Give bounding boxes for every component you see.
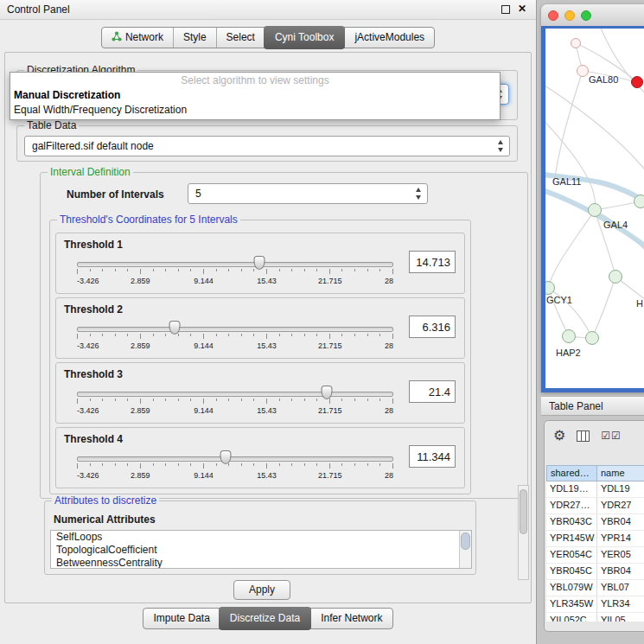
attribute-item[interactable]: SelfLoops bbox=[51, 531, 471, 544]
table-row[interactable]: YLR345WYLR34 bbox=[546, 596, 644, 613]
slider-thumb[interactable] bbox=[169, 321, 181, 335]
tab-select[interactable]: Select bbox=[216, 28, 265, 48]
slider-scale: -3.4262.8599.14415.4321.71528 bbox=[77, 471, 393, 481]
close-icon[interactable]: ✕ bbox=[518, 4, 526, 14]
table-toolbar: ⚙ ☑☑ bbox=[553, 424, 644, 447]
combo-arrows-icon bbox=[414, 187, 424, 201]
threshold-value-field[interactable]: 6.316 bbox=[409, 316, 456, 338]
node-label: GAL80 bbox=[589, 74, 618, 85]
slider-track[interactable] bbox=[77, 262, 393, 267]
table-cell[interactable]: YBR04 bbox=[597, 514, 644, 530]
number-of-intervals-combobox[interactable]: 5 bbox=[188, 183, 428, 204]
column-header-shared-name[interactable]: shared… bbox=[546, 465, 597, 481]
slider-thumb[interactable] bbox=[254, 256, 265, 270]
slider-track[interactable] bbox=[77, 456, 393, 462]
table-row[interactable]: YER054CYER05 bbox=[546, 547, 644, 564]
table-cell[interactable]: YLR345W bbox=[546, 596, 597, 612]
network-node[interactable] bbox=[631, 76, 643, 88]
columns-icon[interactable] bbox=[577, 430, 590, 442]
thresholds-group-title: Threshold's Coordinates for 5 Intervals bbox=[57, 214, 240, 226]
dropdown-option-manual-discretization[interactable]: Manual Discretization bbox=[14, 89, 120, 101]
slider-thumb[interactable] bbox=[220, 450, 232, 464]
table-cell[interactable]: YDR27 bbox=[597, 498, 644, 513]
number-of-intervals-label: Number of Intervals bbox=[67, 188, 164, 201]
table-cell[interactable]: YBR045C bbox=[546, 564, 597, 579]
table-cell[interactable]: YBR043C bbox=[546, 514, 597, 530]
select-columns-icon[interactable]: ☑☑ bbox=[601, 430, 622, 442]
table-data-combobox[interactable]: galFiltered.sif default node bbox=[24, 136, 510, 156]
threshold-value-field[interactable]: 11.344 bbox=[409, 445, 456, 468]
scrollbar-thumb[interactable] bbox=[461, 532, 470, 550]
network-node[interactable] bbox=[541, 281, 555, 295]
node-label: GAL11 bbox=[552, 176, 581, 187]
list-scrollbar[interactable] bbox=[459, 531, 471, 568]
tab-jactivemodules[interactable]: jActiveModules bbox=[344, 28, 434, 48]
table-row[interactable]: YIL052CYIL05 bbox=[546, 613, 644, 622]
float-window-icon[interactable] bbox=[501, 5, 510, 14]
slider-scale: -3.4262.8599.14415.4321.71528 bbox=[77, 277, 393, 286]
table-cell[interactable]: YPR145W bbox=[546, 531, 597, 546]
table-row[interactable]: YBR045CYBR04 bbox=[546, 564, 644, 580]
threshold-value-field[interactable]: 14.713 bbox=[409, 251, 456, 273]
network-node[interactable] bbox=[609, 270, 622, 284]
table-row[interactable]: YBR043CYBR04 bbox=[546, 514, 644, 531]
table-row[interactable]: YPR145WYPR14 bbox=[546, 531, 644, 547]
scrollbar-thumb[interactable] bbox=[520, 489, 527, 534]
combo-arrows-icon bbox=[496, 139, 506, 153]
toolbox-tabbar: NetworkStyleSelectCyni ToolboxjActiveMod… bbox=[0, 27, 536, 48]
thresholds-list: Threshold 1-3.4262.8599.14415.4321.71528… bbox=[50, 233, 470, 494]
table-cell[interactable]: YPR14 bbox=[597, 531, 644, 546]
tab-cyni-toolbox[interactable]: Cyni Toolbox bbox=[264, 26, 345, 49]
table-cell[interactable]: YER05 bbox=[597, 547, 644, 563]
table-cell[interactable]: YBR04 bbox=[597, 564, 644, 579]
network-node[interactable] bbox=[571, 38, 581, 48]
bottom-tab-discretize-data[interactable]: Discretize Data bbox=[219, 607, 311, 630]
attribute-item[interactable]: BetweennessCentrality bbox=[51, 557, 471, 569]
threshold-slider[interactable]: -3.4262.8599.14415.4321.71528 bbox=[77, 450, 393, 483]
network-canvas[interactable]: GAL80GAL11GAL4GCY1HAP2H bbox=[545, 29, 644, 392]
table-cell[interactable]: YDL19… bbox=[546, 481, 597, 497]
bottom-tab-impute-data[interactable]: Impute Data bbox=[143, 609, 219, 628]
threshold-slider[interactable]: -3.4262.8599.14415.4321.71528 bbox=[77, 321, 393, 354]
attribute-item[interactable]: TopologicalCoefficient bbox=[51, 544, 471, 557]
slider-thumb[interactable] bbox=[322, 386, 333, 399]
table-cell[interactable]: YIL052C bbox=[546, 613, 597, 622]
network-node[interactable] bbox=[588, 203, 602, 217]
apply-button[interactable]: Apply bbox=[233, 580, 290, 600]
thresholds-group: Threshold's Coordinates for 5 Intervals … bbox=[49, 220, 471, 494]
network-node[interactable] bbox=[634, 194, 644, 208]
bottom-tab-infer-network[interactable]: Infer Network bbox=[310, 609, 392, 628]
table-cell[interactable]: YIL05 bbox=[597, 613, 644, 622]
threshold-slider[interactable]: -3.4262.8599.14415.4321.71528 bbox=[77, 386, 393, 418]
table-cell[interactable]: YER054C bbox=[546, 547, 597, 563]
table-cell[interactable]: YBL07 bbox=[597, 580, 644, 596]
table-row[interactable]: YDL19…YDL19 bbox=[546, 481, 644, 498]
tab-network[interactable]: Network bbox=[102, 28, 173, 48]
zoom-traffic-light-icon[interactable] bbox=[581, 10, 591, 21]
close-traffic-light-icon[interactable] bbox=[548, 10, 558, 21]
dropdown-option-equal-width[interactable]: Equal Width/Frequency Discretization bbox=[14, 104, 187, 116]
panel-scrollbar[interactable] bbox=[518, 485, 529, 580]
window-title: Control Panel bbox=[7, 3, 70, 16]
slider-track[interactable] bbox=[77, 392, 393, 397]
tab-style[interactable]: Style bbox=[173, 28, 216, 48]
table-cell[interactable]: YDL19 bbox=[597, 481, 644, 497]
table-cell[interactable]: YDR27… bbox=[546, 498, 597, 513]
table-cell[interactable]: YBL079W bbox=[546, 580, 597, 596]
table-row[interactable]: YBL079WYBL07 bbox=[546, 580, 644, 596]
numerical-attributes-list[interactable]: SelfLoopsTopologicalCoefficientBetweenne… bbox=[50, 530, 472, 569]
network-node[interactable] bbox=[577, 65, 589, 77]
slider-track[interactable] bbox=[77, 327, 393, 332]
threshold-value-field[interactable]: 21.4 bbox=[409, 380, 456, 403]
settings-gear-icon[interactable]: ⚙ bbox=[553, 427, 565, 444]
network-node[interactable] bbox=[562, 329, 576, 343]
network-window-titlebar bbox=[541, 4, 644, 27]
table-cell[interactable]: YLR34 bbox=[597, 596, 644, 612]
network-node[interactable] bbox=[585, 331, 599, 345]
algorithm-dropdown-list: Select algorithm to view settings Manual… bbox=[10, 72, 501, 120]
minimize-traffic-light-icon[interactable] bbox=[564, 10, 575, 21]
threshold-slider[interactable]: -3.4262.8599.14415.4321.71528 bbox=[77, 256, 393, 289]
node-label: GCY1 bbox=[546, 295, 572, 305]
column-header-name[interactable]: name bbox=[597, 465, 644, 481]
table-row[interactable]: YDR27…YDR27 bbox=[546, 498, 644, 514]
